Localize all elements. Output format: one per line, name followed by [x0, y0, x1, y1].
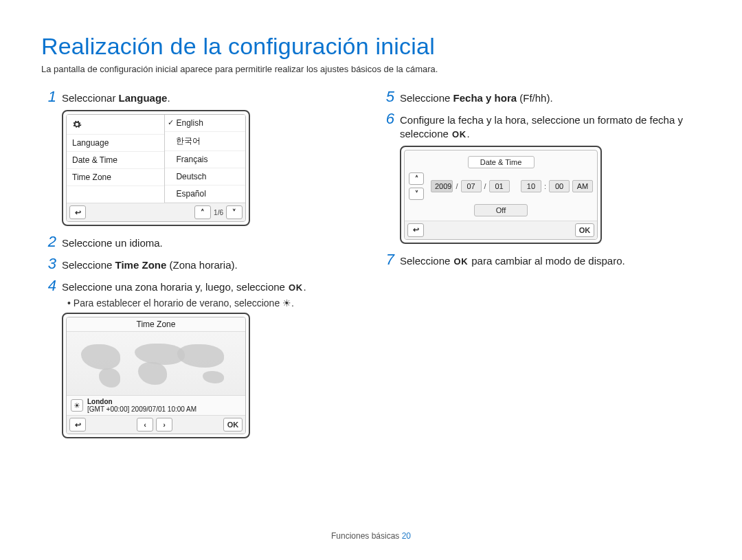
increase-button[interactable]: ˄	[409, 172, 424, 185]
step-4: 4 Seleccione una zona horaria y, luego, …	[41, 277, 363, 295]
continent-shape	[138, 362, 167, 385]
language-screen-illustration: Language Date & Time Time Zone English 한…	[62, 110, 250, 226]
ok-icon: OK	[453, 256, 469, 267]
step-text: Seleccione una zona horaria y, luego, se…	[62, 280, 306, 294]
prev-button[interactable]: ‹	[137, 418, 153, 432]
section-label: Funciones básicas	[331, 531, 399, 541]
back-button[interactable]: ↩	[407, 223, 424, 237]
timezone-screen-illustration: Time Zone ☀ London [GMT +00:00] 2009	[62, 313, 250, 438]
step-number: 7	[379, 251, 394, 269]
step-number: 5	[379, 88, 394, 106]
continent-shape	[203, 371, 224, 383]
step-1: 1 Seleccionar Language.	[41, 88, 363, 106]
settings-item-time-zone[interactable]: Time Zone	[67, 169, 164, 186]
timezone-footer-bar: ↩ ‹ › OK	[67, 415, 245, 434]
next-button[interactable]: ›	[156, 418, 172, 432]
continent-shape	[99, 368, 120, 388]
timezone-title: Time Zone	[67, 317, 245, 332]
step-3: 3 Seleccione Time Zone (Zona horaria).	[41, 255, 363, 273]
screen-inner: Date & Time ˄ ˅ 2009 / 07 / 01	[404, 150, 598, 240]
separator: /	[456, 182, 458, 190]
ok-icon: OK	[451, 129, 467, 139]
step-5: 5 Seleccione Fecha y hora (Ff/hh).	[379, 88, 701, 106]
continent-shape	[81, 344, 120, 370]
language-option-english[interactable]: English	[165, 115, 245, 132]
pager: ˄ 1/6 ˅	[194, 205, 243, 219]
two-column-layout: 1 Seleccionar Language. Language Date & …	[41, 84, 701, 445]
step-text: Configure la fecha y la hora, seleccione…	[400, 113, 701, 142]
step-7: 7 Seleccione OK para cambiar al modo de …	[379, 251, 701, 269]
settings-item-language[interactable]: Language	[67, 135, 164, 152]
day-field[interactable]: 01	[489, 180, 510, 192]
step-2: 2 Seleccione un idioma.	[41, 233, 363, 251]
step-number: 4	[41, 277, 56, 295]
step-4-bullet: Para establecer el horario de verano, se…	[67, 298, 363, 309]
back-button[interactable]: ↩	[69, 205, 86, 219]
datetime-value-row: ˄ ˅ 2009 / 07 / 01 10 : 00 A	[409, 172, 593, 200]
language-option-korean[interactable]: 한국어	[165, 132, 245, 151]
language-body: Language Date & Time Time Zone English 한…	[67, 115, 245, 203]
datetime-footer-bar: ↩ OK	[405, 221, 597, 239]
dst-button[interactable]: ☀	[71, 399, 83, 412]
language-option-espanol[interactable]: Español	[165, 186, 245, 203]
decrease-button[interactable]: ˅	[409, 188, 424, 200]
step-text: Seleccionar Language.	[62, 91, 170, 105]
nav-arrows: ‹ ›	[137, 418, 172, 432]
ok-icon: OK	[288, 282, 304, 293]
minute-field[interactable]: 00	[549, 180, 570, 192]
value-arrows: ˄ ˅	[409, 172, 424, 200]
year-field[interactable]: 2009	[431, 180, 453, 192]
page-number: 20	[402, 531, 411, 541]
left-column: 1 Seleccionar Language. Language Date & …	[41, 84, 363, 445]
ok-button[interactable]: OK	[575, 223, 594, 237]
step-text: Seleccione Fecha y hora (Ff/hh).	[400, 91, 553, 105]
continent-shape	[177, 344, 224, 367]
language-option-deutsch[interactable]: Deutsch	[165, 168, 245, 186]
language-footer-bar: ↩ ˄ 1/6 ˅	[67, 203, 245, 221]
step-number: 3	[41, 255, 56, 273]
date-format-off[interactable]: Off	[474, 204, 528, 216]
datetime-title: Date & Time	[468, 156, 535, 168]
language-options-panel: English 한국어 Français Deutsch Español	[165, 115, 245, 203]
month-field[interactable]: 07	[461, 180, 482, 192]
step-text: Seleccione un idioma.	[62, 236, 163, 250]
page-subtitle: La pantalla de configuración inicial apa…	[41, 64, 701, 74]
page-footer: Funciones básicas 20	[0, 531, 742, 541]
separator: /	[484, 182, 486, 190]
page-up-button[interactable]: ˄	[194, 205, 211, 219]
back-button[interactable]: ↩	[69, 418, 86, 432]
timezone-info-text: London [GMT +00:00] 2009/07/01 10:00 AM	[87, 398, 196, 413]
screen-inner: Language Date & Time Time Zone English 한…	[66, 114, 246, 222]
step-number: 2	[41, 233, 56, 251]
hour-field[interactable]: 10	[521, 180, 541, 192]
step-text: Seleccione OK para cambiar al modo de di…	[400, 254, 625, 268]
step-number: 6	[379, 110, 394, 128]
datetime-body: Date & Time ˄ ˅ 2009 / 07 / 01	[405, 150, 597, 221]
language-option-francais[interactable]: Français	[165, 151, 245, 168]
manual-page: Realización de la configuración inicial …	[0, 0, 742, 560]
ampm-field[interactable]: AM	[572, 180, 593, 192]
page-title: Realización de la configuración inicial	[41, 33, 701, 60]
gear-icon	[67, 115, 164, 135]
settings-item-date-time[interactable]: Date & Time	[67, 152, 164, 169]
step-text: Seleccione Time Zone (Zona horaria).	[62, 258, 238, 272]
screen-inner: Time Zone ☀ London [GMT +00:00] 2009	[66, 317, 246, 434]
world-map[interactable]	[67, 332, 245, 395]
page-indicator: 1/6	[214, 209, 223, 216]
right-column: 5 Seleccione Fecha y hora (Ff/hh). 6 Con…	[379, 84, 701, 445]
step-6: 6 Configure la fecha y la hora, seleccio…	[379, 110, 701, 142]
step-number: 1	[41, 88, 56, 106]
page-down-button[interactable]: ˅	[226, 205, 243, 219]
timezone-info-row: ☀ London [GMT +00:00] 2009/07/01 10:00 A…	[67, 395, 245, 415]
ok-button[interactable]: OK	[223, 418, 243, 432]
sun-icon: ☀	[282, 298, 291, 309]
separator: :	[544, 182, 546, 190]
settings-left-panel: Language Date & Time Time Zone	[67, 115, 165, 203]
datetime-screen-illustration: Date & Time ˄ ˅ 2009 / 07 / 01	[400, 146, 602, 244]
